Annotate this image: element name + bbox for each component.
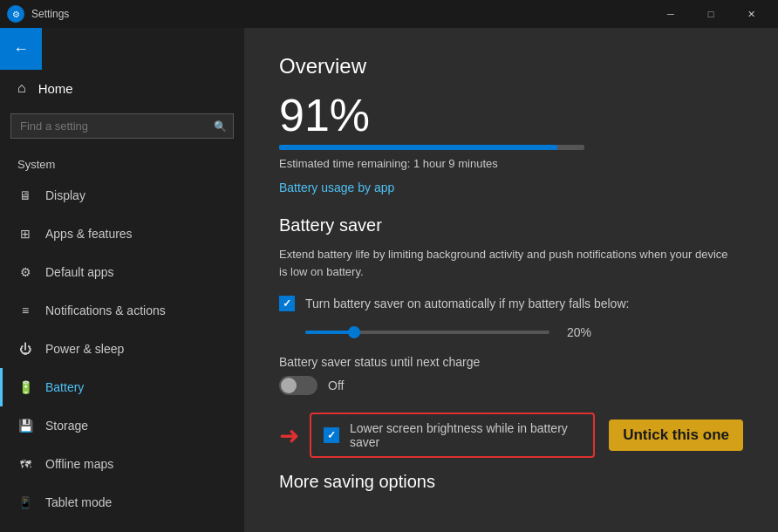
app-icon: ⚙ (7, 5, 24, 23)
power-label: Power & sleep (45, 342, 124, 356)
battery-bar-fill (279, 145, 557, 150)
app-container: ← ⌂ Home 🔍 System Display Apps & feature… (0, 28, 778, 532)
status-label: Battery saver status until next charge (279, 355, 743, 369)
sidebar-item-home[interactable]: ⌂ Home (0, 70, 244, 106)
slider-fill (305, 331, 354, 334)
auto-checkbox-label: Turn battery saver on automatically if m… (305, 297, 629, 310)
threshold-slider[interactable] (305, 331, 549, 334)
window-title: Settings (31, 8, 651, 20)
slider-value: 20% (567, 325, 591, 339)
maps-icon (17, 456, 33, 472)
sidebar-item-multitasking[interactable]: Multitasking (0, 522, 244, 532)
maximize-button[interactable]: □ (691, 0, 731, 28)
notifications-label: Notifications & actions (45, 304, 166, 317)
overview-title: Overview (279, 54, 743, 78)
display-icon (17, 188, 33, 203)
battery-label: Battery (45, 380, 84, 394)
threshold-slider-row: 20% (279, 325, 743, 339)
power-icon (17, 341, 33, 357)
sidebar-item-display[interactable]: Display (0, 176, 244, 215)
battery-percent: 91% (279, 92, 743, 138)
toggle-row: Off (279, 376, 743, 395)
battery-usage-link[interactable]: Battery usage by app (279, 181, 743, 194)
annotation-arrow: ➜ (279, 421, 299, 450)
defaultapps-icon (17, 264, 33, 280)
estimated-time: Estimated time remaining: 1 hour 9 minut… (279, 157, 743, 170)
back-button[interactable]: ← (0, 28, 42, 70)
battery-saver-title: Battery saver (279, 215, 743, 235)
lower-brightness-checkbox-group: Lower screen brightness while in battery… (310, 413, 595, 458)
section-label: System (0, 146, 244, 176)
battery-saver-toggle[interactable] (279, 376, 317, 395)
auto-checkbox[interactable] (279, 296, 295, 311)
sidebar-item-storage[interactable]: Storage (0, 406, 244, 445)
window-controls: ─ □ ✕ (651, 0, 771, 28)
offline-maps-label: Offline maps (45, 457, 113, 471)
sidebar-item-power[interactable]: Power & sleep (0, 330, 244, 368)
sidebar: ← ⌂ Home 🔍 System Display Apps & feature… (0, 28, 244, 532)
display-label: Display (45, 188, 85, 202)
back-icon: ← (13, 40, 29, 58)
auto-checkbox-row: Turn battery saver on automatically if m… (279, 296, 743, 311)
toggle-label: Off (328, 379, 344, 392)
sidebar-item-notifications[interactable]: Notifications & actions (0, 291, 244, 330)
default-apps-label: Default apps (45, 265, 114, 279)
lower-brightness-row: ➜ Lower screen brightness while in batte… (279, 413, 743, 458)
more-saving-title: More saving options (279, 472, 743, 492)
sidebar-item-default-apps[interactable]: Default apps (0, 253, 244, 291)
annotation-bubble: Untick this one (609, 419, 743, 451)
apps-icon (17, 226, 33, 242)
status-row: Battery saver status until next charge O… (279, 355, 743, 395)
sidebar-item-battery[interactable]: Battery (0, 368, 244, 406)
battery-bar (279, 145, 584, 150)
close-button[interactable]: ✕ (731, 0, 771, 28)
home-label: Home (38, 81, 73, 96)
battery-icon (17, 379, 33, 395)
toggle-thumb (281, 378, 297, 393)
titlebar: ⚙ Settings ─ □ ✕ (0, 0, 778, 28)
search-input[interactable] (10, 113, 234, 139)
tablet-label: Tablet mode (45, 495, 112, 509)
minimize-button[interactable]: ─ (651, 0, 691, 28)
search-icon: 🔍 (214, 120, 227, 133)
home-icon: ⌂ (17, 80, 26, 96)
sidebar-item-apps[interactable]: Apps & features (0, 215, 244, 253)
battery-saver-desc: Extend battery life by limiting backgrou… (279, 246, 733, 280)
main-content: Overview 91% Estimated time remaining: 1… (244, 28, 778, 532)
search-box: 🔍 (10, 113, 234, 139)
tablet-icon (17, 494, 33, 510)
notifications-icon (17, 303, 33, 318)
sidebar-item-tablet[interactable]: Tablet mode (0, 483, 244, 522)
lower-brightness-checkbox[interactable] (324, 427, 339, 443)
apps-label: Apps & features (45, 227, 133, 241)
storage-label: Storage (45, 419, 88, 433)
lower-brightness-label: Lower screen brightness while in battery… (350, 421, 581, 449)
sidebar-item-offline-maps[interactable]: Offline maps (0, 445, 244, 483)
storage-icon (17, 418, 33, 433)
slider-thumb[interactable] (348, 326, 360, 338)
